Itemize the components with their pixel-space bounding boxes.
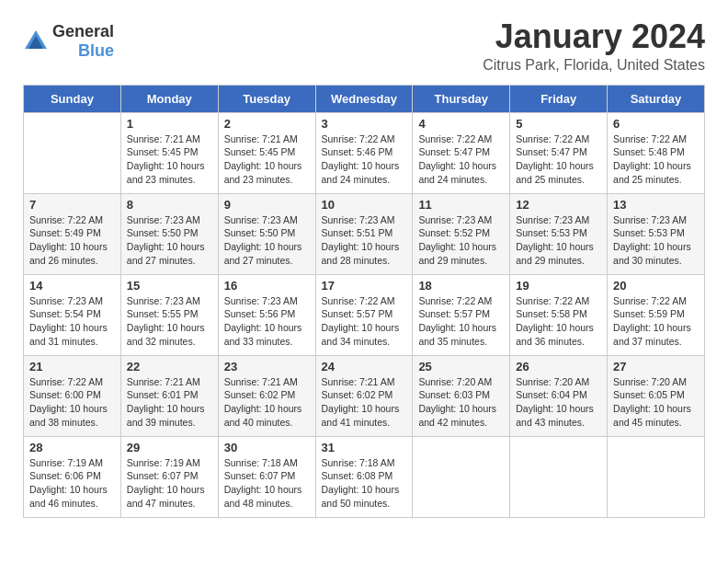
day-number: 23 <box>224 360 310 373</box>
cell-info: Sunrise: 7:22 AMSunset: 5:46 PMDaylight:… <box>322 132 407 187</box>
day-number: 16 <box>224 279 310 293</box>
cell-info: Sunrise: 7:20 AMSunset: 6:04 PMDaylight:… <box>516 375 601 430</box>
calendar-cell <box>510 436 608 517</box>
logo-general: General <box>52 22 114 40</box>
day-number: 1 <box>127 117 212 131</box>
day-number: 4 <box>418 117 504 131</box>
month-title: January 2024 <box>23 18 705 55</box>
day-number: 24 <box>322 360 407 373</box>
day-number: 9 <box>224 198 310 212</box>
day-number: 28 <box>29 441 115 454</box>
day-number: 12 <box>516 198 601 212</box>
calendar-cell: 25Sunrise: 7:20 AMSunset: 6:03 PMDayligh… <box>413 355 510 436</box>
day-number: 19 <box>516 279 601 293</box>
day-number: 27 <box>613 360 699 373</box>
calendar-cell: 17Sunrise: 7:22 AMSunset: 5:57 PMDayligh… <box>315 274 413 355</box>
cell-info: Sunrise: 7:20 AMSunset: 6:05 PMDaylight:… <box>613 375 699 430</box>
day-header-monday: Monday <box>120 85 218 112</box>
cell-info: Sunrise: 7:22 AMSunset: 5:49 PMDaylight:… <box>29 213 115 268</box>
calendar-cell: 7Sunrise: 7:22 AMSunset: 5:49 PMDaylight… <box>24 193 121 274</box>
calendar-cell: 4Sunrise: 7:22 AMSunset: 5:47 PMDaylight… <box>413 112 510 193</box>
cell-info: Sunrise: 7:19 AMSunset: 6:06 PMDaylight:… <box>29 456 115 511</box>
week-row-2: 7Sunrise: 7:22 AMSunset: 5:49 PMDaylight… <box>24 193 705 274</box>
cell-info: Sunrise: 7:22 AMSunset: 5:47 PMDaylight:… <box>418 132 504 187</box>
calendar-cell: 22Sunrise: 7:21 AMSunset: 6:01 PMDayligh… <box>120 355 218 436</box>
cell-info: Sunrise: 7:23 AMSunset: 5:50 PMDaylight:… <box>224 213 310 268</box>
cell-info: Sunrise: 7:22 AMSunset: 6:00 PMDaylight:… <box>29 375 115 430</box>
calendar-cell: 1Sunrise: 7:21 AMSunset: 5:45 PMDaylight… <box>120 112 218 193</box>
calendar-cell: 13Sunrise: 7:23 AMSunset: 5:53 PMDayligh… <box>608 193 705 274</box>
day-header-friday: Friday <box>510 85 608 112</box>
cell-info: Sunrise: 7:21 AMSunset: 6:02 PMDaylight:… <box>224 375 310 430</box>
calendar-cell: 27Sunrise: 7:20 AMSunset: 6:05 PMDayligh… <box>608 355 705 436</box>
cell-info: Sunrise: 7:23 AMSunset: 5:55 PMDaylight:… <box>127 294 212 349</box>
week-row-3: 14Sunrise: 7:23 AMSunset: 5:54 PMDayligh… <box>24 274 705 355</box>
calendar-cell: 26Sunrise: 7:20 AMSunset: 6:04 PMDayligh… <box>510 355 608 436</box>
cell-info: Sunrise: 7:23 AMSunset: 5:53 PMDaylight:… <box>613 213 699 268</box>
calendar-cell: 5Sunrise: 7:22 AMSunset: 5:47 PMDaylight… <box>510 112 608 193</box>
calendar-cell: 11Sunrise: 7:23 AMSunset: 5:52 PMDayligh… <box>413 193 510 274</box>
logo-icon <box>23 29 49 54</box>
cell-info: Sunrise: 7:22 AMSunset: 5:58 PMDaylight:… <box>516 294 601 349</box>
calendar-cell: 8Sunrise: 7:23 AMSunset: 5:50 PMDaylight… <box>120 193 218 274</box>
day-number: 10 <box>322 198 407 212</box>
cell-info: Sunrise: 7:22 AMSunset: 5:47 PMDaylight:… <box>516 132 601 187</box>
calendar-cell: 12Sunrise: 7:23 AMSunset: 5:53 PMDayligh… <box>510 193 608 274</box>
day-number: 25 <box>418 360 504 373</box>
cell-info: Sunrise: 7:23 AMSunset: 5:54 PMDaylight:… <box>29 294 115 349</box>
day-number: 21 <box>29 360 115 373</box>
calendar-cell: 3Sunrise: 7:22 AMSunset: 5:46 PMDaylight… <box>315 112 413 193</box>
week-row-5: 28Sunrise: 7:19 AMSunset: 6:06 PMDayligh… <box>24 436 705 517</box>
calendar-cell: 20Sunrise: 7:22 AMSunset: 5:59 PMDayligh… <box>608 274 705 355</box>
day-header-saturday: Saturday <box>608 85 705 112</box>
logo-blue: Blue <box>78 41 114 60</box>
cell-info: Sunrise: 7:21 AMSunset: 6:01 PMDaylight:… <box>127 375 212 430</box>
day-number: 22 <box>127 360 212 373</box>
calendar-cell: 14Sunrise: 7:23 AMSunset: 5:54 PMDayligh… <box>24 274 121 355</box>
cell-info: Sunrise: 7:22 AMSunset: 5:57 PMDaylight:… <box>322 294 407 349</box>
days-header-row: SundayMondayTuesdayWednesdayThursdayFrid… <box>24 85 705 112</box>
day-number: 26 <box>516 360 601 373</box>
location: Citrus Park, Florida, United States <box>23 57 705 74</box>
calendar-cell: 24Sunrise: 7:21 AMSunset: 6:02 PMDayligh… <box>315 355 413 436</box>
day-number: 8 <box>127 198 212 212</box>
day-number: 30 <box>224 441 310 454</box>
cell-info: Sunrise: 7:23 AMSunset: 5:56 PMDaylight:… <box>224 294 310 349</box>
day-number: 11 <box>418 198 504 212</box>
calendar-cell: 30Sunrise: 7:18 AMSunset: 6:07 PMDayligh… <box>218 436 315 517</box>
calendar-cell: 15Sunrise: 7:23 AMSunset: 5:55 PMDayligh… <box>120 274 218 355</box>
day-number: 6 <box>613 117 699 131</box>
cell-info: Sunrise: 7:19 AMSunset: 6:07 PMDaylight:… <box>127 456 212 511</box>
calendar-cell: 31Sunrise: 7:18 AMSunset: 6:08 PMDayligh… <box>315 436 413 517</box>
cell-info: Sunrise: 7:23 AMSunset: 5:50 PMDaylight:… <box>127 213 212 268</box>
logo: General Blue <box>23 22 114 61</box>
day-number: 5 <box>516 117 601 131</box>
cell-info: Sunrise: 7:22 AMSunset: 5:57 PMDaylight:… <box>418 294 504 349</box>
calendar-cell: 2Sunrise: 7:21 AMSunset: 5:45 PMDaylight… <box>218 112 315 193</box>
calendar-cell: 18Sunrise: 7:22 AMSunset: 5:57 PMDayligh… <box>413 274 510 355</box>
day-number: 7 <box>29 198 115 212</box>
cell-info: Sunrise: 7:23 AMSunset: 5:52 PMDaylight:… <box>418 213 504 268</box>
cell-info: Sunrise: 7:21 AMSunset: 5:45 PMDaylight:… <box>224 132 310 187</box>
cell-info: Sunrise: 7:22 AMSunset: 5:48 PMDaylight:… <box>613 132 699 187</box>
calendar-cell: 16Sunrise: 7:23 AMSunset: 5:56 PMDayligh… <box>218 274 315 355</box>
day-number: 2 <box>224 117 310 131</box>
day-number: 31 <box>322 441 407 454</box>
calendar-cell: 19Sunrise: 7:22 AMSunset: 5:58 PMDayligh… <box>510 274 608 355</box>
calendar-cell: 23Sunrise: 7:21 AMSunset: 6:02 PMDayligh… <box>218 355 315 436</box>
cell-info: Sunrise: 7:23 AMSunset: 5:51 PMDaylight:… <box>322 213 407 268</box>
calendar-cell: 21Sunrise: 7:22 AMSunset: 6:00 PMDayligh… <box>24 355 121 436</box>
calendar-cell: 10Sunrise: 7:23 AMSunset: 5:51 PMDayligh… <box>315 193 413 274</box>
cell-info: Sunrise: 7:18 AMSunset: 6:08 PMDaylight:… <box>322 456 407 511</box>
calendar-cell <box>413 436 510 517</box>
day-number: 17 <box>322 279 407 293</box>
day-header-thursday: Thursday <box>413 85 510 112</box>
calendar-cell: 29Sunrise: 7:19 AMSunset: 6:07 PMDayligh… <box>120 436 218 517</box>
cell-info: Sunrise: 7:21 AMSunset: 6:02 PMDaylight:… <box>322 375 407 430</box>
day-number: 15 <box>127 279 212 293</box>
cell-info: Sunrise: 7:20 AMSunset: 6:03 PMDaylight:… <box>418 375 504 430</box>
day-header-wednesday: Wednesday <box>315 85 413 112</box>
calendar-cell: 6Sunrise: 7:22 AMSunset: 5:48 PMDaylight… <box>608 112 705 193</box>
day-number: 18 <box>418 279 504 293</box>
week-row-4: 21Sunrise: 7:22 AMSunset: 6:00 PMDayligh… <box>24 355 705 436</box>
